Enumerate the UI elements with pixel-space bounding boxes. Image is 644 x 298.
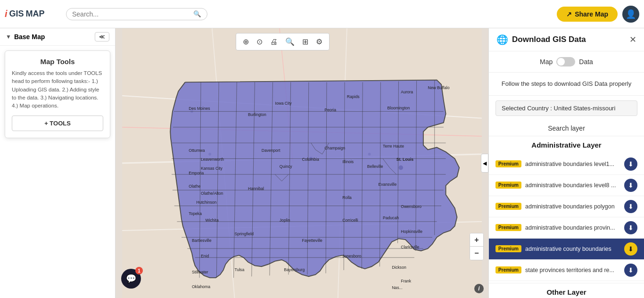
svg-text:Fayetteville: Fayetteville (302, 238, 323, 243)
layer-item-6[interactable]: Premium state provinces territories and … (489, 260, 644, 281)
svg-text:Evansville: Evansville (379, 182, 397, 187)
svg-text:Bartlesville: Bartlesville (192, 238, 212, 243)
collapse-sidebar-button[interactable]: ≪ (95, 32, 109, 41)
svg-text:Burlington: Burlington (248, 112, 266, 117)
layer-item-5[interactable]: Premium administrative county boundaries… (489, 239, 644, 260)
zoom-in-button[interactable]: + (470, 233, 483, 247)
svg-text:Enid: Enid (201, 254, 209, 258)
svg-text:Corricelli: Corricelli (342, 218, 358, 223)
toggle-knob (557, 58, 565, 66)
svg-text:Des Moines: Des Moines (189, 107, 210, 111)
map-background: Des Moines Iowa City Rapids Aurora New B… (116, 28, 488, 298)
user-icon: 👤 (626, 9, 636, 19)
svg-text:Paducah: Paducah (383, 215, 399, 220)
steps-text: Follow the steps to download GIS Data pr… (489, 73, 644, 96)
svg-text:Leavenworth: Leavenworth (201, 157, 224, 162)
layer-item-3[interactable]: Premium administrative boundaries polygo… (489, 196, 644, 217)
premium-badge-3: Premium (495, 203, 521, 210)
location-toolbar-button[interactable]: ⊕ (240, 35, 252, 48)
settings-toolbar-button[interactable]: ⚙ (313, 35, 325, 48)
layer-item-4[interactable]: Premium administrative boundaries provin… (489, 217, 644, 239)
svg-text:Wichita: Wichita (206, 218, 219, 223)
layer-name-2: administrative boundaries level8 ... (525, 182, 620, 189)
svg-text:Olathe: Olathe (189, 184, 201, 189)
map-data-toggle-switch[interactable] (556, 57, 575, 66)
premium-badge-4: Premium (495, 224, 521, 231)
svg-text:Iowa City: Iowa City (275, 101, 292, 106)
close-panel-button[interactable]: ✕ (629, 34, 636, 45)
download-button-6[interactable]: ⬇ (624, 264, 637, 277)
map-data-toggle: Map Data (489, 51, 644, 73)
right-panel-header: 🌐 Download GIS Data ✕ (489, 28, 644, 51)
layer-item-2[interactable]: Premium administrative boundaries level8… (489, 175, 644, 196)
download-button-4[interactable]: ⬇ (624, 221, 637, 234)
svg-text:Owensboro: Owensboro (401, 204, 421, 209)
svg-text:Hopkinsville: Hopkinsville (401, 229, 422, 234)
right-panel: 🌐 Download GIS Data ✕ Map Data Follow th… (488, 28, 644, 298)
map-area[interactable]: ⊕ ⊙ 🖨 🔍 ⊞ ⚙ (116, 28, 488, 298)
map-tools-title: Map Tools (12, 58, 103, 66)
svg-text:Champaign: Champaign (324, 146, 345, 150)
map-toggle-label: Map (540, 58, 553, 66)
svg-text:Rapids: Rapids (347, 94, 360, 99)
layer-name-6: state provinces territories and re... (525, 267, 620, 273)
zoom-toolbar-button[interactable]: 🔍 (282, 35, 297, 48)
logo: i GIS MAP (5, 8, 61, 19)
missouri-map-svg: Des Moines Iowa City Rapids Aurora New B… (116, 28, 488, 298)
svg-text:Oklahoma: Oklahoma (192, 284, 210, 289)
search-input[interactable] (72, 10, 193, 18)
layer-list: Premium administrative boundaries level1… (489, 154, 644, 281)
data-toggle-label: Data (579, 58, 593, 66)
svg-text:Hannibal: Hannibal (248, 186, 264, 191)
svg-text:Quincy: Quincy (280, 164, 292, 169)
svg-text:Terre Haute: Terre Haute (383, 144, 404, 149)
search-bar[interactable]: 🔍 (66, 8, 207, 20)
download-button-3[interactable]: ⬇ (624, 200, 637, 213)
print-toolbar-button[interactable]: 🖨 (267, 35, 281, 48)
premium-badge-5: Premium (495, 245, 521, 252)
other-layer-section-header: Other Layer (489, 283, 644, 298)
search-icon-button[interactable]: 🔍 (193, 10, 201, 17)
basemap-label: Base Map (14, 33, 45, 41)
download-button-5[interactable]: ⬇ (624, 242, 637, 256)
download-button-2[interactable]: ⬇ (624, 179, 637, 192)
zoom-out-button[interactable]: − (470, 247, 483, 260)
svg-text:Peoria: Peoria (324, 108, 336, 112)
svg-text:Stillwater: Stillwater (192, 270, 208, 274)
svg-text:Nas...: Nas... (392, 285, 402, 290)
logo-i: i (5, 8, 8, 19)
svg-text:St. Louis: St. Louis (396, 157, 413, 162)
svg-text:Kansas City: Kansas City (201, 166, 223, 171)
search-layer[interactable]: Search layer (489, 121, 644, 136)
admin-layer-section-header: Administrative Layer (489, 136, 644, 154)
user-avatar[interactable]: 👤 (622, 6, 639, 23)
share-map-label: Share Map (575, 10, 608, 18)
map-toolbar: ⊕ ⊙ 🖨 🔍 ⊞ ⚙ (236, 33, 330, 50)
layer-name-4: administrative boundaries provin... (525, 224, 620, 231)
zoom-controls: + − (470, 233, 484, 260)
logo-gis: GIS (9, 9, 24, 19)
info-icon[interactable]: i (474, 284, 484, 293)
layer-item-1[interactable]: Premium administrative boundaries level1… (489, 154, 644, 175)
svg-text:Joplin: Joplin (280, 218, 290, 223)
download-button-1[interactable]: ⬇ (624, 157, 637, 171)
svg-text:Springfield: Springfield (235, 232, 254, 236)
premium-badge-2: Premium (495, 182, 521, 189)
share-map-button[interactable]: ↗ Share Map (557, 7, 618, 22)
svg-text:Frank: Frank (401, 279, 412, 283)
svg-text:Ottumwa: Ottumwa (189, 148, 205, 153)
target-toolbar-button[interactable]: ⊙ (254, 35, 265, 48)
app-header: i GIS MAP 🔍 ↗ Share Map 👤 (0, 0, 644, 28)
tools-button[interactable]: + TOOLS (12, 116, 103, 131)
layers-toolbar-button[interactable]: ⊞ (299, 35, 311, 48)
svg-text:Tulsa: Tulsa (235, 267, 245, 272)
chat-widget[interactable]: 💬 1 (121, 269, 141, 289)
svg-text:Emporia: Emporia (189, 171, 204, 175)
svg-text:Bloomington: Bloomington (388, 106, 410, 110)
basemap-header: ▼ Base Map ≪ (0, 28, 115, 46)
globe-icon: 🌐 (496, 34, 508, 45)
svg-text:Clarksville: Clarksville (401, 245, 419, 249)
sidebar-left: ▼ Base Map ≪ Map Tools Kindly access the… (0, 28, 116, 298)
collapse-right-panel-arrow[interactable]: ◀ (481, 154, 488, 173)
logo-map: MAP (26, 9, 45, 19)
